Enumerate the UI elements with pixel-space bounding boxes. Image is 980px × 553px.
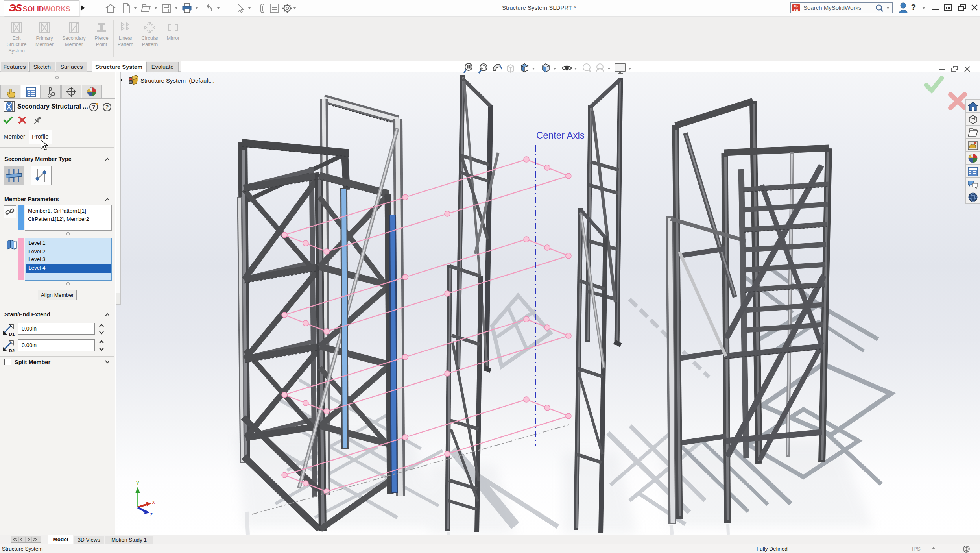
svg-text:D2: D2 bbox=[9, 348, 15, 353]
svg-text:Y: Y bbox=[136, 481, 139, 486]
svg-text:X: X bbox=[152, 500, 155, 505]
svg-text:Center Axis: Center Axis bbox=[536, 130, 585, 141]
svg-text:?: ? bbox=[105, 104, 109, 110]
svg-text:z: z bbox=[150, 512, 153, 517]
svg-text:D1: D1 bbox=[9, 332, 15, 337]
svg-text:?: ? bbox=[92, 104, 96, 110]
